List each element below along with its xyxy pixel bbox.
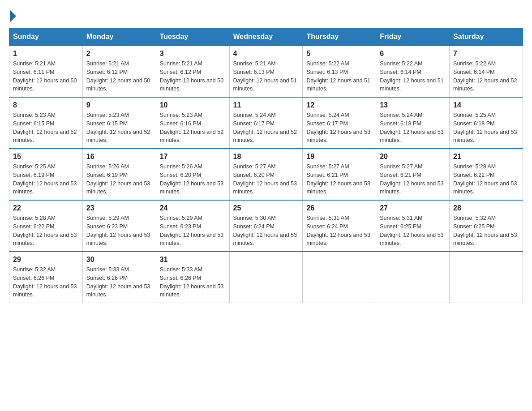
day-number: 13 <box>380 101 446 109</box>
day-number: 2 <box>86 50 152 58</box>
page-header <box>9 9 523 20</box>
day-info: Sunrise: 5:33 AMSunset: 6:26 PMDaylight:… <box>160 265 226 299</box>
calendar-cell: 5Sunrise: 5:22 AMSunset: 6:13 PMDaylight… <box>303 46 376 97</box>
calendar-cell: 29Sunrise: 5:32 AMSunset: 6:26 PMDayligh… <box>9 252 83 303</box>
day-info: Sunrise: 5:30 AMSunset: 6:24 PMDaylight:… <box>233 214 299 248</box>
calendar-cell: 1Sunrise: 5:21 AMSunset: 6:11 PMDaylight… <box>9 46 83 97</box>
day-info: Sunrise: 5:28 AMSunset: 6:22 PMDaylight:… <box>453 163 519 196</box>
day-info: Sunrise: 5:23 AMSunset: 6:15 PMDaylight:… <box>13 111 79 145</box>
day-info: Sunrise: 5:24 AMSunset: 6:17 PMDaylight:… <box>233 111 299 145</box>
day-info: Sunrise: 5:22 AMSunset: 6:14 PMDaylight:… <box>380 60 446 93</box>
day-info: Sunrise: 5:28 AMSunset: 6:22 PMDaylight:… <box>13 214 79 248</box>
day-info: Sunrise: 5:33 AMSunset: 6:26 PMDaylight:… <box>86 265 152 299</box>
header-day-saturday: Saturday <box>450 28 523 46</box>
day-info: Sunrise: 5:25 AMSunset: 6:19 PMDaylight:… <box>13 163 79 196</box>
day-info: Sunrise: 5:22 AMSunset: 6:14 PMDaylight:… <box>453 60 519 93</box>
calendar-cell: 10Sunrise: 5:23 AMSunset: 6:16 PMDayligh… <box>156 97 229 149</box>
day-info: Sunrise: 5:24 AMSunset: 6:18 PMDaylight:… <box>380 111 446 145</box>
calendar-cell: 16Sunrise: 5:26 AMSunset: 6:19 PMDayligh… <box>82 149 156 200</box>
calendar-cell: 7Sunrise: 5:22 AMSunset: 6:14 PMDaylight… <box>450 46 523 97</box>
day-info: Sunrise: 5:21 AMSunset: 6:12 PMDaylight:… <box>86 60 152 93</box>
day-number: 18 <box>233 153 299 161</box>
day-number: 3 <box>160 50 226 58</box>
day-info: Sunrise: 5:31 AMSunset: 6:24 PMDaylight:… <box>306 214 372 248</box>
day-number: 20 <box>380 153 446 161</box>
day-number: 14 <box>453 101 519 109</box>
day-number: 16 <box>86 153 152 161</box>
day-number: 29 <box>13 256 79 264</box>
calendar-cell: 3Sunrise: 5:21 AMSunset: 6:12 PMDaylight… <box>156 46 229 97</box>
calendar-cell: 19Sunrise: 5:27 AMSunset: 6:21 PMDayligh… <box>303 149 376 200</box>
header-day-thursday: Thursday <box>303 28 376 46</box>
calendar-cell: 12Sunrise: 5:24 AMSunset: 6:17 PMDayligh… <box>303 97 376 149</box>
day-number: 9 <box>86 101 152 109</box>
day-info: Sunrise: 5:27 AMSunset: 6:20 PMDaylight:… <box>233 163 299 196</box>
day-number: 24 <box>160 204 226 212</box>
calendar-cell: 30Sunrise: 5:33 AMSunset: 6:26 PMDayligh… <box>82 252 156 303</box>
calendar-cell: 20Sunrise: 5:27 AMSunset: 6:21 PMDayligh… <box>376 149 450 200</box>
empty-cell <box>229 252 303 303</box>
day-number: 17 <box>160 153 226 161</box>
calendar-cell: 14Sunrise: 5:25 AMSunset: 6:18 PMDayligh… <box>450 97 523 149</box>
day-number: 12 <box>306 101 372 109</box>
empty-cell <box>303 252 376 303</box>
day-info: Sunrise: 5:22 AMSunset: 6:13 PMDaylight:… <box>306 60 372 93</box>
day-number: 22 <box>13 204 79 212</box>
calendar-cell: 11Sunrise: 5:24 AMSunset: 6:17 PMDayligh… <box>229 97 303 149</box>
header-day-tuesday: Tuesday <box>156 28 229 46</box>
day-info: Sunrise: 5:27 AMSunset: 6:21 PMDaylight:… <box>306 163 372 196</box>
day-info: Sunrise: 5:29 AMSunset: 6:23 PMDaylight:… <box>160 214 226 248</box>
day-number: 1 <box>13 50 79 58</box>
calendar-cell: 31Sunrise: 5:33 AMSunset: 6:26 PMDayligh… <box>156 252 229 303</box>
week-row-4: 22Sunrise: 5:28 AMSunset: 6:22 PMDayligh… <box>9 200 523 252</box>
day-number: 30 <box>86 256 152 264</box>
week-row-2: 8Sunrise: 5:23 AMSunset: 6:15 PMDaylight… <box>9 97 523 149</box>
day-number: 4 <box>233 50 299 58</box>
calendar-cell: 13Sunrise: 5:24 AMSunset: 6:18 PMDayligh… <box>376 97 450 149</box>
calendar-cell: 6Sunrise: 5:22 AMSunset: 6:14 PMDaylight… <box>376 46 450 97</box>
day-info: Sunrise: 5:21 AMSunset: 6:12 PMDaylight:… <box>160 60 226 93</box>
logo-arrow-icon <box>10 10 16 22</box>
calendar-cell: 26Sunrise: 5:31 AMSunset: 6:24 PMDayligh… <box>303 200 376 252</box>
day-number: 5 <box>306 50 372 58</box>
header-day-friday: Friday <box>376 28 450 46</box>
calendar-cell: 21Sunrise: 5:28 AMSunset: 6:22 PMDayligh… <box>450 149 523 200</box>
day-info: Sunrise: 5:32 AMSunset: 6:26 PMDaylight:… <box>13 265 79 299</box>
day-number: 6 <box>380 50 446 58</box>
calendar-cell: 23Sunrise: 5:29 AMSunset: 6:23 PMDayligh… <box>82 200 156 252</box>
week-row-5: 29Sunrise: 5:32 AMSunset: 6:26 PMDayligh… <box>9 252 523 303</box>
day-info: Sunrise: 5:23 AMSunset: 6:15 PMDaylight:… <box>86 111 152 145</box>
calendar-cell: 24Sunrise: 5:29 AMSunset: 6:23 PMDayligh… <box>156 200 229 252</box>
calendar-cell: 9Sunrise: 5:23 AMSunset: 6:15 PMDaylight… <box>82 97 156 149</box>
calendar-header: SundayMondayTuesdayWednesdayThursdayFrid… <box>9 28 523 46</box>
day-number: 8 <box>13 101 79 109</box>
day-info: Sunrise: 5:24 AMSunset: 6:17 PMDaylight:… <box>306 111 372 145</box>
day-info: Sunrise: 5:26 AMSunset: 6:19 PMDaylight:… <box>86 163 152 196</box>
calendar-cell: 15Sunrise: 5:25 AMSunset: 6:19 PMDayligh… <box>9 149 83 200</box>
calendar-cell: 4Sunrise: 5:21 AMSunset: 6:13 PMDaylight… <box>229 46 303 97</box>
header-day-monday: Monday <box>82 28 156 46</box>
calendar-table: SundayMondayTuesdayWednesdayThursdayFrid… <box>9 28 523 303</box>
calendar-cell: 28Sunrise: 5:32 AMSunset: 6:25 PMDayligh… <box>450 200 523 252</box>
week-row-1: 1Sunrise: 5:21 AMSunset: 6:11 PMDaylight… <box>9 46 523 97</box>
day-number: 11 <box>233 101 299 109</box>
header-day-sunday: Sunday <box>9 28 83 46</box>
calendar-cell: 18Sunrise: 5:27 AMSunset: 6:20 PMDayligh… <box>229 149 303 200</box>
calendar-cell: 25Sunrise: 5:30 AMSunset: 6:24 PMDayligh… <box>229 200 303 252</box>
day-info: Sunrise: 5:21 AMSunset: 6:13 PMDaylight:… <box>233 60 299 93</box>
day-number: 7 <box>453 50 519 58</box>
week-row-3: 15Sunrise: 5:25 AMSunset: 6:19 PMDayligh… <box>9 149 523 200</box>
day-info: Sunrise: 5:26 AMSunset: 6:20 PMDaylight:… <box>160 163 226 196</box>
day-number: 15 <box>13 153 79 161</box>
calendar-cell: 2Sunrise: 5:21 AMSunset: 6:12 PMDaylight… <box>82 46 156 97</box>
day-number: 26 <box>306 204 372 212</box>
header-day-wednesday: Wednesday <box>229 28 303 46</box>
day-info: Sunrise: 5:21 AMSunset: 6:11 PMDaylight:… <box>13 60 79 93</box>
day-info: Sunrise: 5:31 AMSunset: 6:25 PMDaylight:… <box>380 214 446 248</box>
header-row: SundayMondayTuesdayWednesdayThursdayFrid… <box>9 28 523 46</box>
calendar-cell: 8Sunrise: 5:23 AMSunset: 6:15 PMDaylight… <box>9 97 83 149</box>
day-number: 19 <box>306 153 372 161</box>
day-info: Sunrise: 5:25 AMSunset: 6:18 PMDaylight:… <box>453 111 519 145</box>
day-info: Sunrise: 5:27 AMSunset: 6:21 PMDaylight:… <box>380 163 446 196</box>
day-number: 23 <box>86 204 152 212</box>
